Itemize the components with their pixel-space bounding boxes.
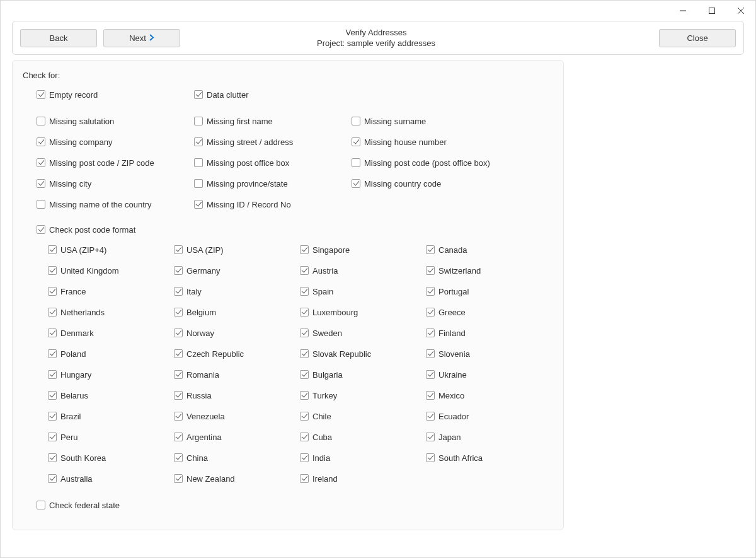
country-singapore-checkbox[interactable] [300, 245, 309, 254]
minimize-button[interactable] [668, 1, 697, 21]
country-belgium-checkbox[interactable] [174, 308, 183, 317]
check-missing-salutation-checkbox[interactable] [37, 117, 45, 125]
country-turkey-checkbox[interactable] [300, 391, 309, 400]
country-sweden[interactable]: Sweden [300, 327, 426, 339]
country-sweden-checkbox[interactable] [300, 328, 309, 337]
check-missing-post-office-box[interactable]: Missing post office box [194, 157, 352, 168]
country-portugal[interactable]: Portugal [426, 286, 552, 297]
country-mexico[interactable]: Mexico [426, 390, 552, 401]
country-usa-zip-4[interactable]: USA (ZIP+4) [48, 244, 174, 255]
check-federal-state[interactable]: Check federal state [37, 499, 553, 511]
check-missing-first-name-checkbox[interactable] [194, 117, 203, 125]
country-canada[interactable]: Canada [426, 244, 552, 255]
check-missing-city-checkbox[interactable] [37, 179, 45, 188]
country-usa-zip-4-checkbox[interactable] [48, 245, 57, 254]
check-missing-post-office-box-checkbox[interactable] [194, 158, 203, 167]
check-missing-province-state-checkbox[interactable] [194, 179, 203, 188]
country-netherlands[interactable]: Netherlands [48, 306, 174, 318]
country-venezuela[interactable]: Venezuela [174, 410, 300, 422]
check-missing-id-record-no-checkbox[interactable] [194, 200, 203, 209]
country-united-kingdom-checkbox[interactable] [48, 266, 57, 275]
country-australia[interactable]: Australia [48, 473, 174, 484]
country-brazil[interactable]: Brazil [48, 410, 174, 422]
check-missing-street-address-checkbox[interactable] [194, 137, 203, 146]
check-data-clutter-checkbox[interactable] [194, 90, 203, 99]
country-norway[interactable]: Norway [174, 327, 300, 339]
country-spain[interactable]: Spain [300, 286, 426, 297]
country-italy[interactable]: Italy [174, 286, 300, 297]
country-united-kingdom[interactable]: United Kingdom [48, 265, 174, 276]
country-turkey[interactable]: Turkey [300, 390, 426, 401]
country-ukraine-checkbox[interactable] [426, 370, 435, 379]
country-italy-checkbox[interactable] [174, 287, 183, 296]
country-peru[interactable]: Peru [48, 431, 174, 443]
back-button[interactable]: Back [20, 29, 97, 47]
country-south-korea-checkbox[interactable] [48, 453, 57, 462]
country-france-checkbox[interactable] [48, 287, 57, 296]
country-australia-checkbox[interactable] [48, 474, 57, 483]
country-canada-checkbox[interactable] [426, 245, 435, 254]
country-china-checkbox[interactable] [174, 453, 183, 462]
country-luxembourg[interactable]: Luxembourg [300, 306, 426, 318]
check-missing-street-address[interactable]: Missing street / address [194, 136, 352, 148]
country-belarus[interactable]: Belarus [48, 390, 174, 401]
country-hungary-checkbox[interactable] [48, 370, 57, 379]
check-missing-post-code-post-office-box[interactable]: Missing post code (post office box) [352, 157, 509, 168]
country-spain-checkbox[interactable] [300, 287, 309, 296]
country-mexico-checkbox[interactable] [426, 391, 435, 400]
country-cuba[interactable]: Cuba [300, 431, 426, 443]
country-chile[interactable]: Chile [300, 410, 426, 422]
country-poland-checkbox[interactable] [48, 349, 57, 358]
check-missing-country-code[interactable]: Missing country code [352, 178, 509, 189]
check-postcode-format-checkbox[interactable] [37, 225, 45, 234]
country-finland-checkbox[interactable] [426, 328, 435, 337]
check-missing-post-code-post-office-box-checkbox[interactable] [352, 158, 360, 167]
check-missing-name-of-the-country-checkbox[interactable] [37, 200, 45, 209]
country-romania-checkbox[interactable] [174, 370, 183, 379]
country-portugal-checkbox[interactable] [426, 287, 435, 296]
country-argentina[interactable]: Argentina [174, 431, 300, 443]
country-greece[interactable]: Greece [426, 306, 552, 318]
country-belarus-checkbox[interactable] [48, 391, 57, 400]
country-slovak-republic[interactable]: Slovak Republic [300, 348, 426, 359]
country-india[interactable]: India [300, 452, 426, 463]
check-missing-province-state[interactable]: Missing province/state [194, 178, 352, 189]
country-denmark-checkbox[interactable] [48, 328, 57, 337]
country-usa-zip[interactable]: USA (ZIP) [174, 244, 300, 255]
country-greece-checkbox[interactable] [426, 308, 435, 317]
country-brazil-checkbox[interactable] [48, 412, 57, 421]
country-ukraine[interactable]: Ukraine [426, 369, 552, 380]
check-missing-city[interactable]: Missing city [37, 178, 194, 189]
country-argentina-checkbox[interactable] [174, 433, 183, 441]
country-luxembourg-checkbox[interactable] [300, 308, 309, 317]
country-new-zealand-checkbox[interactable] [174, 474, 183, 483]
country-france[interactable]: France [48, 286, 174, 297]
check-missing-id-record-no[interactable]: Missing ID / Record No [194, 199, 352, 210]
check-missing-post-code-zip-code[interactable]: Missing post code / ZIP code [37, 157, 194, 168]
country-japan[interactable]: Japan [426, 431, 552, 443]
next-button[interactable]: Next [103, 29, 180, 47]
country-ireland-checkbox[interactable] [300, 474, 309, 483]
country-chile-checkbox[interactable] [300, 412, 309, 421]
country-netherlands-checkbox[interactable] [48, 308, 57, 317]
country-germany-checkbox[interactable] [174, 266, 183, 275]
country-peru-checkbox[interactable] [48, 433, 57, 441]
country-switzerland-checkbox[interactable] [426, 266, 435, 275]
country-singapore[interactable]: Singapore [300, 244, 426, 255]
close-button[interactable]: Close [659, 29, 736, 47]
country-russia-checkbox[interactable] [174, 391, 183, 400]
check-empty-record[interactable]: Empty record [37, 89, 194, 100]
check-missing-name-of-the-country[interactable]: Missing name of the country [37, 199, 194, 210]
country-slovak-republic-checkbox[interactable] [300, 349, 309, 358]
country-ecuador-checkbox[interactable] [426, 412, 435, 421]
country-norway-checkbox[interactable] [174, 328, 183, 337]
country-south-korea[interactable]: South Korea [48, 452, 174, 463]
country-bulgaria[interactable]: Bulgaria [300, 369, 426, 380]
country-ecuador[interactable]: Ecuador [426, 410, 552, 422]
check-empty-record-checkbox[interactable] [37, 90, 45, 99]
country-austria[interactable]: Austria [300, 265, 426, 276]
country-south-africa-checkbox[interactable] [426, 453, 435, 462]
check-data-clutter[interactable]: Data clutter [194, 89, 352, 100]
country-slovenia-checkbox[interactable] [426, 349, 435, 358]
country-poland[interactable]: Poland [48, 348, 174, 359]
